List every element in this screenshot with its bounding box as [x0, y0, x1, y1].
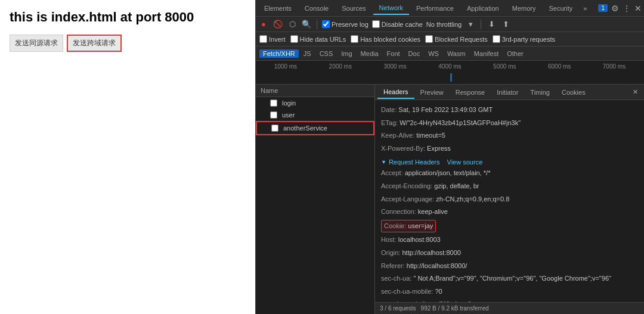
tab-network[interactable]: Network [373, 2, 409, 15]
tab-sources[interactable]: Sources [336, 2, 371, 14]
network-item-user-checkbox[interactable] [270, 111, 277, 119]
third-party-requests-check[interactable]: 3rd-party requests [493, 35, 555, 43]
network-list-header: Name [256, 85, 374, 97]
type-ws[interactable]: WS [425, 49, 442, 58]
tab-security[interactable]: Security [543, 2, 578, 14]
record-icon[interactable]: ● [258, 20, 269, 29]
triangle-icon: ▼ [381, 159, 386, 165]
preserve-log-check[interactable]: Preserve log [322, 20, 369, 28]
cross-origin-button[interactable]: 发送跨域请求 [67, 35, 122, 52]
req-header-origin: Origin: http://localhost:8000 [381, 247, 638, 260]
detail-tab-response[interactable]: Response [450, 86, 491, 98]
filter-icon[interactable]: ⬡ [287, 20, 298, 29]
timeline-label-3: 3000 ms [383, 63, 406, 70]
type-filter-bar: Fetch/XHR JS CSS Img Media Font Doc WS W… [256, 46, 644, 61]
export-icon[interactable]: ⬇ [486, 20, 497, 29]
detail-tab-preview[interactable]: Preview [414, 86, 450, 98]
header-name-xpowered: X-Powered-By: [381, 145, 425, 152]
same-origin-button[interactable]: 发送同源请求 [10, 35, 63, 52]
detail-tab-initiator[interactable]: Initiator [491, 86, 524, 98]
network-item-anotherservice-checkbox[interactable] [271, 125, 278, 132]
clear-icon[interactable]: 🚫 [273, 20, 283, 29]
filter-row: Invert Hide data URLs Has blocked cookie… [256, 32, 644, 46]
header-row-date: Date: Sat, 19 Feb 2022 13:49:03 GMT [381, 104, 638, 117]
tab-console[interactable]: Console [299, 2, 335, 14]
more-icon[interactable]: ⋮ [623, 4, 631, 13]
detail-tab-headers[interactable]: Headers [377, 86, 414, 99]
req-header-accept-language: Accept-Language: zh-CN,zh;q=0.9,en;q=0.8 [381, 193, 638, 206]
network-item-user[interactable]: user [256, 109, 374, 121]
close-devtools-icon[interactable]: ✕ [634, 4, 642, 13]
detail-tabs: Headers Preview Response Initiator Timin… [375, 85, 644, 100]
timeline-bar [450, 73, 452, 82]
timeline-label-1: 1000 ms [274, 63, 297, 70]
buttons-row: 发送同源请求 发送跨域请求 [10, 35, 246, 52]
type-fetch-xhr[interactable]: Fetch/XHR [259, 49, 299, 58]
type-wasm[interactable]: Wasm [444, 49, 469, 58]
blocked-requests-check[interactable]: Blocked Requests [425, 35, 488, 43]
header-name-date: Date: [381, 106, 397, 113]
type-manifest[interactable]: Manifest [470, 49, 503, 58]
header-val-keepalive: timeout=5 [416, 132, 445, 139]
network-item-login[interactable]: login [256, 97, 374, 109]
main-content: Name login user anotherService Headers P… [256, 85, 644, 314]
has-blocked-cookies-check[interactable]: Has blocked cookies [351, 35, 420, 43]
hide-data-urls-check[interactable]: Hide data URLs [290, 35, 346, 43]
req-header-connection: Connection: keep-alive [381, 206, 638, 219]
view-source-link[interactable]: View source [447, 158, 483, 166]
timeline-label-5: 5000 ms [493, 63, 516, 70]
network-item-anotherservice[interactable]: anotherService [256, 121, 374, 135]
req-header-sec-ch-ua: sec-ch-ua: " Not A;Brand";v="99", "Chrom… [381, 272, 638, 285]
network-item-login-checkbox[interactable] [270, 100, 277, 107]
throttling-dropdown-icon[interactable]: ▾ [465, 20, 476, 29]
request-headers-section[interactable]: ▼ Request Headers View source [381, 158, 638, 166]
detail-tab-timing[interactable]: Timing [524, 86, 556, 98]
invert-check[interactable]: Invert [259, 35, 286, 43]
network-item-user-label: user [282, 111, 295, 119]
network-item-anotherservice-label: anotherService [283, 125, 327, 132]
type-css[interactable]: CSS [316, 49, 337, 58]
detail-tab-cookies[interactable]: Cookies [556, 86, 592, 98]
type-img[interactable]: Img [338, 49, 355, 58]
tab-memory[interactable]: Memory [506, 2, 542, 14]
type-font[interactable]: Font [383, 49, 404, 58]
type-media[interactable]: Media [357, 49, 382, 58]
detail-close-icon[interactable]: ✕ [629, 88, 642, 96]
tab-icons-area: 1 ⚙ ⋮ ✕ [598, 4, 642, 13]
network-item-login-label: login [282, 100, 296, 107]
network-toolbar: ● 🚫 ⬡ 🔍 Preserve log Disable cache No th… [256, 17, 644, 32]
disable-cache-check[interactable]: Disable cache [372, 20, 423, 28]
timeline-label-4: 4000 ms [438, 63, 461, 70]
timeline-label-2: 2000 ms [329, 63, 352, 70]
search-icon[interactable]: 🔍 [301, 20, 312, 29]
req-header-sec-ch-ua-platform: sec-ch-ua-platform: "Windows" [381, 298, 638, 302]
import-icon[interactable]: ⬆ [500, 20, 511, 29]
type-other[interactable]: Other [503, 49, 527, 58]
separator [317, 20, 317, 29]
header-val-xpowered: Express [427, 145, 451, 152]
tab-application[interactable]: Application [461, 2, 505, 14]
header-val-etag: W/"2c-4HryN43zb41p1StAGFPoaH#jn3k" [400, 119, 521, 126]
header-row-etag: ETag: W/"2c-4HryN43zb41p1StAGFPoaH#jn3k" [381, 117, 638, 130]
timeline-label-7: 7000 ms [603, 63, 626, 70]
header-name-etag: ETag: [381, 119, 398, 126]
tab-performance[interactable]: Performance [410, 2, 460, 14]
header-val-date: Sat, 19 Feb 2022 13:49:03 GMT [398, 106, 493, 113]
devtools-tabs-bar: Elements Console Sources Network Perform… [256, 0, 644, 17]
type-js[interactable]: JS [300, 49, 315, 58]
badge-icon: 1 [598, 4, 608, 12]
webpage-panel: this is index.html at port 8000 发送同源请求 发… [0, 0, 255, 314]
network-list: Name login user anotherService [256, 85, 375, 314]
tab-elements[interactable]: Elements [258, 2, 298, 14]
detail-panel: Headers Preview Response Initiator Timin… [375, 85, 644, 314]
tab-more[interactable]: » [580, 2, 590, 14]
type-doc[interactable]: Doc [405, 49, 424, 58]
status-requests: 3 / 6 requests [380, 305, 416, 312]
req-header-accept: Accept: application/json, text/plain, */… [381, 167, 638, 180]
settings-icon[interactable]: ⚙ [611, 4, 619, 13]
cookie-highlight: Cookie: user=jay [381, 220, 436, 233]
req-header-host: Host: localhost:8003 [381, 234, 638, 247]
header-row-xpowered: X-Powered-By: Express [381, 142, 638, 156]
timeline: 1000 ms 2000 ms 3000 ms 4000 ms 5000 ms … [256, 61, 644, 85]
detail-content: Date: Sat, 19 Feb 2022 13:49:03 GMT ETag… [375, 100, 644, 302]
